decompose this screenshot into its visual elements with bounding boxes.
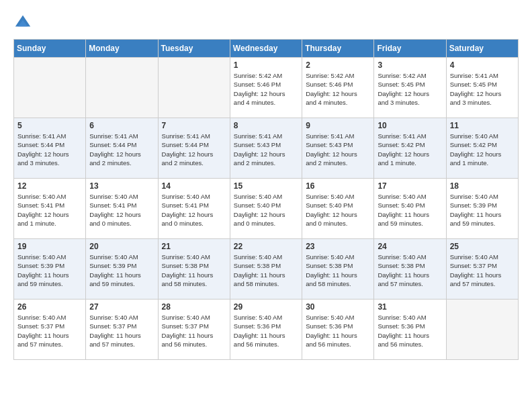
day-number: 12 (17, 181, 82, 191)
calendar-day-cell: 15Sunrise: 5:40 AM Sunset: 5:40 PM Dayli… (230, 179, 302, 239)
day-info: Sunrise: 5:40 AM Sunset: 5:40 PM Dayligh… (234, 192, 298, 228)
day-info: Sunrise: 5:41 AM Sunset: 5:42 PM Dayligh… (378, 132, 442, 167)
day-info: Sunrise: 5:42 AM Sunset: 5:45 PM Dayligh… (378, 71, 442, 107)
calendar-day-cell: 13Sunrise: 5:40 AM Sunset: 5:41 PM Dayli… (86, 179, 158, 239)
day-info: Sunrise: 5:42 AM Sunset: 5:46 PM Dayligh… (306, 71, 370, 107)
weekday-header-friday: Friday (374, 40, 446, 58)
calendar-day-cell: 1Sunrise: 5:42 AM Sunset: 5:46 PM Daylig… (230, 58, 302, 118)
calendar-week-row: 5Sunrise: 5:41 AM Sunset: 5:44 PM Daylig… (14, 118, 519, 179)
day-number: 21 (162, 242, 226, 251)
day-info: Sunrise: 5:42 AM Sunset: 5:46 PM Dayligh… (234, 71, 298, 107)
day-number: 2 (306, 60, 370, 70)
day-info: Sunrise: 5:40 AM Sunset: 5:39 PM Dayligh… (450, 192, 515, 228)
calendar-week-row: 26Sunrise: 5:40 AM Sunset: 5:37 PM Dayli… (14, 300, 519, 360)
calendar-day-cell: 27Sunrise: 5:40 AM Sunset: 5:37 PM Dayli… (86, 300, 158, 360)
day-number: 8 (234, 121, 298, 130)
day-number: 4 (450, 60, 515, 70)
calendar-day-cell: 28Sunrise: 5:40 AM Sunset: 5:37 PM Dayli… (158, 300, 230, 360)
calendar-day-cell: 14Sunrise: 5:40 AM Sunset: 5:41 PM Dayli… (158, 179, 230, 239)
day-number: 13 (89, 181, 154, 191)
day-info: Sunrise: 5:41 AM Sunset: 5:44 PM Dayligh… (17, 132, 82, 167)
weekday-header-wednesday: Wednesday (230, 40, 302, 58)
day-number: 9 (306, 121, 370, 130)
day-number: 30 (306, 302, 370, 312)
calendar-day-cell: 12Sunrise: 5:40 AM Sunset: 5:41 PM Dayli… (14, 179, 86, 239)
calendar-day-cell: 16Sunrise: 5:40 AM Sunset: 5:40 PM Dayli… (302, 179, 374, 239)
day-info: Sunrise: 5:40 AM Sunset: 5:41 PM Dayligh… (89, 192, 154, 228)
day-info: Sunrise: 5:41 AM Sunset: 5:44 PM Dayligh… (162, 132, 226, 167)
day-info: Sunrise: 5:40 AM Sunset: 5:38 PM Dayligh… (234, 253, 298, 288)
weekday-header-sunday: Sunday (14, 40, 86, 58)
calendar-day-cell: 7Sunrise: 5:41 AM Sunset: 5:44 PM Daylig… (158, 118, 230, 179)
day-number: 29 (234, 302, 298, 312)
calendar-day-cell: 10Sunrise: 5:41 AM Sunset: 5:42 PM Dayli… (374, 118, 446, 179)
calendar-day-cell: 20Sunrise: 5:40 AM Sunset: 5:39 PM Dayli… (86, 239, 158, 300)
calendar-day-cell: 17Sunrise: 5:40 AM Sunset: 5:40 PM Dayli… (374, 179, 446, 239)
day-info: Sunrise: 5:40 AM Sunset: 5:38 PM Dayligh… (306, 253, 370, 288)
calendar-day-cell: 2Sunrise: 5:42 AM Sunset: 5:46 PM Daylig… (302, 58, 374, 118)
day-info: Sunrise: 5:40 AM Sunset: 5:36 PM Dayligh… (306, 313, 370, 349)
calendar-week-row: 19Sunrise: 5:40 AM Sunset: 5:39 PM Dayli… (14, 239, 519, 300)
calendar-day-cell: 8Sunrise: 5:41 AM Sunset: 5:43 PM Daylig… (230, 118, 302, 179)
day-number: 23 (306, 242, 370, 251)
calendar-day-cell (86, 58, 158, 118)
day-info: Sunrise: 5:40 AM Sunset: 5:39 PM Dayligh… (17, 253, 82, 288)
logo (13, 13, 35, 32)
day-info: Sunrise: 5:40 AM Sunset: 5:38 PM Dayligh… (162, 253, 226, 288)
calendar-day-cell (446, 300, 518, 360)
day-info: Sunrise: 5:41 AM Sunset: 5:43 PM Dayligh… (306, 132, 370, 167)
day-info: Sunrise: 5:40 AM Sunset: 5:37 PM Dayligh… (450, 253, 515, 288)
day-number: 18 (450, 181, 515, 191)
calendar-day-cell: 30Sunrise: 5:40 AM Sunset: 5:36 PM Dayli… (302, 300, 374, 360)
calendar-day-cell: 24Sunrise: 5:40 AM Sunset: 5:38 PM Dayli… (374, 239, 446, 300)
day-info: Sunrise: 5:40 AM Sunset: 5:39 PM Dayligh… (89, 253, 154, 288)
logo-icon (13, 13, 32, 32)
day-number: 24 (378, 242, 442, 251)
calendar-day-cell: 25Sunrise: 5:40 AM Sunset: 5:37 PM Dayli… (446, 239, 518, 300)
day-info: Sunrise: 5:40 AM Sunset: 5:41 PM Dayligh… (17, 192, 82, 228)
day-number: 31 (378, 302, 442, 312)
calendar-day-cell: 31Sunrise: 5:40 AM Sunset: 5:36 PM Dayli… (374, 300, 446, 360)
day-number: 20 (89, 242, 154, 251)
day-info: Sunrise: 5:40 AM Sunset: 5:40 PM Dayligh… (306, 192, 370, 228)
day-number: 6 (89, 121, 154, 130)
calendar-day-cell: 6Sunrise: 5:41 AM Sunset: 5:44 PM Daylig… (86, 118, 158, 179)
day-number: 1 (234, 60, 298, 70)
weekday-header-row: SundayMondayTuesdayWednesdayThursdayFrid… (14, 40, 519, 58)
day-number: 28 (162, 302, 226, 312)
calendar-day-cell (14, 58, 86, 118)
day-number: 27 (89, 302, 154, 312)
day-info: Sunrise: 5:40 AM Sunset: 5:38 PM Dayligh… (378, 253, 442, 288)
day-info: Sunrise: 5:40 AM Sunset: 5:37 PM Dayligh… (17, 313, 82, 349)
calendar-day-cell: 11Sunrise: 5:40 AM Sunset: 5:42 PM Dayli… (446, 118, 518, 179)
calendar-day-cell: 19Sunrise: 5:40 AM Sunset: 5:39 PM Dayli… (14, 239, 86, 300)
weekday-header-tuesday: Tuesday (158, 40, 230, 58)
calendar-day-cell: 23Sunrise: 5:40 AM Sunset: 5:38 PM Dayli… (302, 239, 374, 300)
weekday-header-saturday: Saturday (446, 40, 518, 58)
day-info: Sunrise: 5:40 AM Sunset: 5:36 PM Dayligh… (234, 313, 298, 349)
weekday-header-thursday: Thursday (302, 40, 374, 58)
day-info: Sunrise: 5:40 AM Sunset: 5:37 PM Dayligh… (89, 313, 154, 349)
day-info: Sunrise: 5:40 AM Sunset: 5:42 PM Dayligh… (450, 132, 515, 167)
day-number: 7 (162, 121, 226, 130)
day-number: 16 (306, 181, 370, 191)
day-number: 15 (234, 181, 298, 191)
day-number: 19 (17, 242, 82, 251)
calendar-table: SundayMondayTuesdayWednesdayThursdayFrid… (13, 39, 519, 360)
page-header (13, 13, 519, 32)
calendar-day-cell: 21Sunrise: 5:40 AM Sunset: 5:38 PM Dayli… (158, 239, 230, 300)
calendar-week-row: 12Sunrise: 5:40 AM Sunset: 5:41 PM Dayli… (14, 179, 519, 239)
day-number: 26 (17, 302, 82, 312)
calendar-day-cell: 22Sunrise: 5:40 AM Sunset: 5:38 PM Dayli… (230, 239, 302, 300)
day-info: Sunrise: 5:41 AM Sunset: 5:45 PM Dayligh… (450, 71, 515, 107)
day-info: Sunrise: 5:40 AM Sunset: 5:36 PM Dayligh… (378, 313, 442, 349)
day-info: Sunrise: 5:40 AM Sunset: 5:40 PM Dayligh… (378, 192, 442, 228)
day-info: Sunrise: 5:41 AM Sunset: 5:43 PM Dayligh… (234, 132, 298, 167)
calendar-day-cell: 5Sunrise: 5:41 AM Sunset: 5:44 PM Daylig… (14, 118, 86, 179)
day-info: Sunrise: 5:41 AM Sunset: 5:44 PM Dayligh… (89, 132, 154, 167)
day-info: Sunrise: 5:40 AM Sunset: 5:37 PM Dayligh… (162, 313, 226, 349)
day-number: 14 (162, 181, 226, 191)
calendar-week-row: 1Sunrise: 5:42 AM Sunset: 5:46 PM Daylig… (14, 58, 519, 118)
calendar-day-cell: 29Sunrise: 5:40 AM Sunset: 5:36 PM Dayli… (230, 300, 302, 360)
calendar-day-cell: 3Sunrise: 5:42 AM Sunset: 5:45 PM Daylig… (374, 58, 446, 118)
